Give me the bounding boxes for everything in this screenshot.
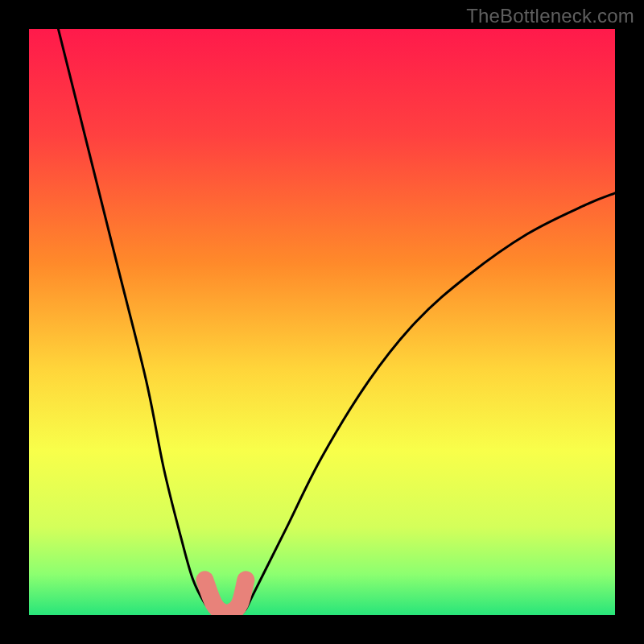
chart-svg — [29, 29, 615, 615]
gradient-background — [29, 29, 615, 615]
watermark-text: TheBottleneck.com — [466, 5, 634, 27]
chart-frame: TheBottleneck.com — [0, 0, 644, 644]
plot-area — [29, 29, 615, 615]
